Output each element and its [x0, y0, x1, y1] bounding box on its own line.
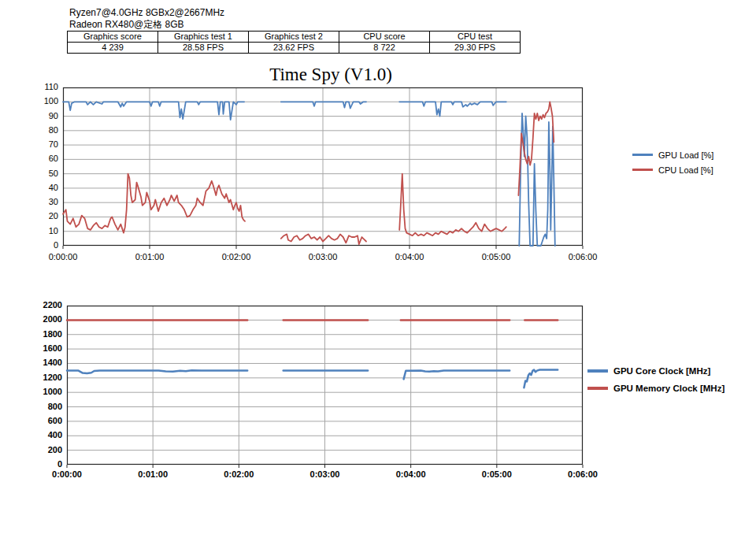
chart-title: Time Spy (V1.0): [63, 65, 598, 85]
gpu-core-clock-line-sample: [587, 369, 608, 373]
load-chart-x-tick-label: 0:04:00: [384, 252, 435, 262]
val-cpu-test: 29.30 FPS: [430, 43, 521, 54]
load-chart-x-tick-label: 0:00:00: [38, 252, 88, 262]
load-chart-x-tick-label: 0:06:00: [558, 252, 608, 262]
clock-chart-y-tick-label: 1600: [20, 343, 62, 354]
cpu-load-legend-label: CPU Load [%]: [658, 165, 713, 175]
load-chart-x-tick-label: 0:03:00: [298, 252, 348, 262]
load-chart-y-tick-label: 20: [16, 211, 58, 221]
clock-chart-y-tick-label: 0: [20, 459, 62, 469]
load-chart-y-tick-label: 70: [16, 139, 58, 150]
load-chart-y-tick-label: 90: [16, 111, 58, 121]
load-chart-series-line: [399, 102, 506, 116]
cpu-load-line-sample: [632, 169, 653, 171]
clock-chart-x-tick-label: 0:00:00: [42, 469, 92, 480]
col-graphics-score: Graphics score: [68, 32, 158, 43]
load-chart-y-tick-label: 10: [16, 226, 58, 236]
clock-chart-y-tick-label: 1200: [20, 373, 62, 383]
clock-chart-y-tick-label: 1000: [20, 387, 62, 397]
load-chart-series-line: [399, 174, 506, 236]
clock-chart-y-tick-label: 200: [20, 445, 62, 455]
legend-item-gpu-load: GPU Load [%]: [632, 147, 713, 162]
clock-chart-y-tick-label: 600: [20, 416, 62, 426]
gpu-memory-clock-legend-label: GPU Memory Clock [MHz]: [613, 384, 724, 393]
clock-chart-x-tick-label: 0:04:00: [386, 469, 436, 480]
gpu-load-legend-label: GPU Load [%]: [658, 150, 713, 160]
score-table: Graphics score Graphics test 1 Graphics …: [67, 31, 521, 54]
col-graphics-test2: Graphics test 2: [249, 32, 339, 43]
benchmark-report-page: Ryzen7@4.0GHz 8GBx2@2667MHz Radeon RX480…: [0, 0, 756, 534]
clock-chart-series-line: [67, 370, 247, 373]
load-chart-y-tick-label: 100: [16, 96, 58, 106]
legend-item-memory-clock: GPU Memory Clock [MHz]: [587, 380, 724, 397]
load-chart-series-line: [281, 102, 366, 108]
clock-chart-y-tick-label: 1400: [20, 358, 62, 368]
load-chart-x-tick-label: 0:02:00: [211, 252, 261, 262]
load-chart-y-tick-label: 0: [16, 240, 58, 250]
gpu-load-line-sample: [632, 154, 653, 156]
gpu-core-clock-legend-label: GPU Core Clock [MHz]: [613, 366, 710, 376]
load-chart-y-tick-label: 80: [16, 125, 58, 135]
system-info-gpu: Radeon RX480@定格 8GB: [69, 19, 184, 30]
clock-chart-canvas: [67, 306, 583, 469]
val-graphics-test2: 23.62 FPS: [249, 43, 339, 54]
load-chart-series-line: [63, 174, 245, 233]
load-chart-y-tick-label: 50: [16, 169, 58, 179]
clock-chart-y-tick-label: 1800: [20, 329, 62, 339]
score-table-header-row: Graphics score Graphics test 1 Graphics …: [68, 32, 521, 43]
clock-chart-x-tick-label: 0:03:00: [300, 469, 350, 480]
col-graphics-test1: Graphics test 1: [158, 32, 249, 43]
load-chart-y-tick-label: 30: [16, 197, 58, 207]
load-chart-series-line: [281, 234, 366, 244]
gpu-memory-clock-line-sample: [587, 387, 608, 390]
clock-chart-legend: GPU Core Clock [MHz] GPU Memory Clock [M…: [587, 362, 724, 397]
clock-chart-series-line: [524, 370, 558, 388]
score-table-value-row: 4 239 28.58 FPS 23.62 FPS 8 722 29.30 FP…: [68, 43, 521, 54]
clock-chart-x-tick-label: 0:01:00: [128, 469, 178, 480]
load-chart-y-tick-label: 60: [16, 154, 58, 164]
clock-chart-x-tick-label: 0:05:00: [472, 469, 522, 480]
legend-item-cpu-load: CPU Load [%]: [632, 162, 713, 177]
clock-chart-x-tick-label: 0:06:00: [558, 469, 608, 480]
load-chart-y-tick-label: 40: [16, 183, 58, 193]
col-cpu-test: CPU test: [430, 32, 521, 43]
load-chart-y-tick-label: 110: [16, 82, 58, 92]
val-graphics-test1: 28.58 FPS: [158, 43, 249, 54]
load-chart-x-tick-label: 0:01:00: [124, 252, 175, 262]
system-info-cpu: Ryzen7@4.0GHz 8GBx2@2667MHz: [69, 7, 224, 18]
load-chart-legend: GPU Load [%] CPU Load [%]: [632, 147, 713, 177]
load-chart-series-line: [63, 102, 244, 120]
load-chart-canvas: [63, 87, 583, 250]
val-graphics-score: 4 239: [68, 43, 158, 54]
clock-chart-y-tick-label: 400: [20, 430, 62, 440]
clock-chart-y-tick-label: 800: [20, 402, 62, 412]
clock-chart-y-tick-label: 2000: [20, 314, 62, 324]
load-chart-series-line: [519, 113, 555, 246]
val-cpu-score: 8 722: [339, 43, 430, 54]
load-chart-x-tick-label: 0:05:00: [471, 252, 521, 262]
clock-chart-y-tick-label: 2200: [20, 300, 62, 310]
legend-item-core-clock: GPU Core Clock [MHz]: [587, 362, 724, 380]
clock-chart-x-tick-label: 0:02:00: [213, 469, 264, 480]
col-cpu-score: CPU score: [339, 32, 430, 43]
